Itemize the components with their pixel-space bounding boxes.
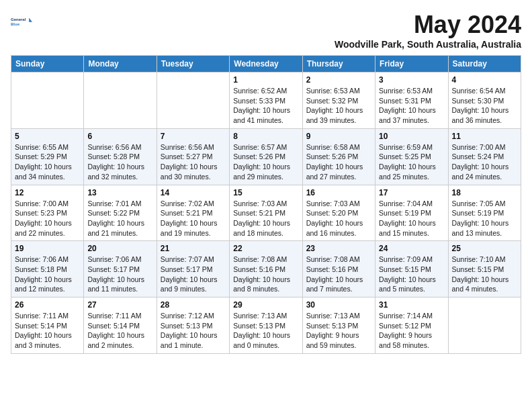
calendar-cell: 5Sunrise: 6:55 AM Sunset: 5:29 PM Daylig… [11, 128, 84, 185]
calendar-cell: 9Sunrise: 6:58 AM Sunset: 5:26 PM Daylig… [302, 128, 375, 185]
day-number: 8 [233, 132, 298, 141]
day-number: 24 [379, 244, 444, 253]
day-number: 18 [452, 188, 517, 197]
svg-text:Blue: Blue [11, 22, 20, 26]
logo: GeneralBlue [11, 11, 32, 32]
day-number: 16 [306, 188, 371, 197]
day-info: Sunrise: 6:56 AM Sunset: 5:28 PM Dayligh… [87, 142, 152, 182]
calendar-cell: 30Sunrise: 7:13 AM Sunset: 5:13 PM Dayli… [302, 298, 375, 354]
calendar-cell: 16Sunrise: 7:03 AM Sunset: 5:20 PM Dayli… [302, 185, 375, 241]
day-info: Sunrise: 7:08 AM Sunset: 5:16 PM Dayligh… [233, 255, 298, 294]
logo-icon: GeneralBlue [11, 11, 32, 32]
calendar-cell: 3Sunrise: 6:53 AM Sunset: 5:31 PM Daylig… [375, 73, 448, 129]
calendar-cell: 13Sunrise: 7:01 AM Sunset: 5:22 PM Dayli… [84, 185, 157, 241]
day-info: Sunrise: 7:13 AM Sunset: 5:13 PM Dayligh… [233, 311, 298, 351]
day-number: 27 [87, 300, 152, 310]
day-number: 28 [161, 300, 226, 310]
svg-marker-2 [29, 17, 32, 21]
day-info: Sunrise: 6:53 AM Sunset: 5:31 PM Dayligh… [379, 86, 444, 126]
day-info: Sunrise: 7:11 AM Sunset: 5:14 PM Dayligh… [87, 311, 152, 351]
day-info: Sunrise: 7:14 AM Sunset: 5:12 PM Dayligh… [379, 311, 444, 351]
calendar-cell: 31Sunrise: 7:14 AM Sunset: 5:12 PM Dayli… [375, 298, 448, 354]
day-info: Sunrise: 6:58 AM Sunset: 5:26 PM Dayligh… [306, 142, 371, 182]
calendar-cell: 23Sunrise: 7:08 AM Sunset: 5:16 PM Dayli… [302, 241, 375, 298]
day-number: 29 [233, 300, 298, 310]
calendar-cell: 24Sunrise: 7:09 AM Sunset: 5:15 PM Dayli… [375, 241, 448, 298]
day-info: Sunrise: 7:06 AM Sunset: 5:18 PM Dayligh… [15, 255, 80, 294]
day-number: 4 [452, 75, 517, 85]
day-number: 6 [87, 132, 152, 141]
day-number: 2 [306, 75, 371, 85]
day-number: 9 [306, 132, 371, 141]
calendar-cell: 11Sunrise: 7:00 AM Sunset: 5:24 PM Dayli… [448, 128, 521, 185]
title-block: May 2024 Woodville Park, South Australia… [335, 11, 521, 50]
calendar-cell: 1Sunrise: 6:52 AM Sunset: 5:33 PM Daylig… [230, 73, 302, 129]
calendar-cell: 7Sunrise: 6:56 AM Sunset: 5:27 PM Daylig… [157, 128, 229, 185]
calendar-cell [84, 73, 157, 129]
day-number: 3 [379, 75, 444, 85]
calendar-cell [157, 73, 229, 129]
day-number: 22 [233, 244, 298, 253]
day-info: Sunrise: 7:00 AM Sunset: 5:23 PM Dayligh… [15, 199, 80, 238]
calendar-cell: 14Sunrise: 7:02 AM Sunset: 5:21 PM Dayli… [157, 185, 229, 241]
calendar-week-row: 5Sunrise: 6:55 AM Sunset: 5:29 PM Daylig… [11, 128, 521, 185]
svg-text:General: General [11, 17, 26, 21]
day-info: Sunrise: 7:01 AM Sunset: 5:22 PM Dayligh… [87, 199, 152, 238]
weekday-header: Wednesday [230, 56, 302, 73]
day-info: Sunrise: 7:12 AM Sunset: 5:13 PM Dayligh… [161, 311, 226, 351]
weekday-header: Tuesday [157, 56, 229, 73]
day-number: 25 [452, 244, 517, 253]
calendar-week-row: 19Sunrise: 7:06 AM Sunset: 5:18 PM Dayli… [11, 241, 521, 298]
calendar-cell: 19Sunrise: 7:06 AM Sunset: 5:18 PM Dayli… [11, 241, 84, 298]
day-number: 26 [15, 300, 80, 310]
month-title: May 2024 [335, 11, 521, 39]
day-number: 1 [233, 75, 298, 85]
day-number: 21 [161, 244, 226, 253]
day-info: Sunrise: 7:05 AM Sunset: 5:19 PM Dayligh… [452, 199, 517, 238]
weekday-header: Sunday [11, 56, 84, 73]
day-number: 19 [15, 244, 80, 253]
calendar-cell: 17Sunrise: 7:04 AM Sunset: 5:19 PM Dayli… [375, 185, 448, 241]
calendar-cell: 10Sunrise: 6:59 AM Sunset: 5:25 PM Dayli… [375, 128, 448, 185]
calendar-cell [11, 73, 84, 129]
calendar-week-row: 12Sunrise: 7:00 AM Sunset: 5:23 PM Dayli… [11, 185, 521, 241]
day-number: 10 [379, 132, 444, 141]
day-info: Sunrise: 7:03 AM Sunset: 5:20 PM Dayligh… [306, 199, 371, 238]
day-info: Sunrise: 6:57 AM Sunset: 5:26 PM Dayligh… [233, 142, 298, 182]
location-title: Woodville Park, South Australia, Austral… [335, 39, 521, 50]
day-info: Sunrise: 7:03 AM Sunset: 5:21 PM Dayligh… [233, 199, 298, 238]
weekday-header: Monday [84, 56, 157, 73]
calendar-cell: 29Sunrise: 7:13 AM Sunset: 5:13 PM Dayli… [230, 298, 302, 354]
day-info: Sunrise: 6:52 AM Sunset: 5:33 PM Dayligh… [233, 86, 298, 126]
page-header: GeneralBlue May 2024 Woodville Park, Sou… [11, 11, 521, 50]
weekday-header-row: SundayMondayTuesdayWednesdayThursdayFrid… [11, 56, 521, 73]
day-number: 15 [233, 188, 298, 197]
calendar-cell: 21Sunrise: 7:07 AM Sunset: 5:17 PM Dayli… [157, 241, 229, 298]
calendar-cell: 22Sunrise: 7:08 AM Sunset: 5:16 PM Dayli… [230, 241, 302, 298]
calendar-table: SundayMondayTuesdayWednesdayThursdayFrid… [11, 55, 521, 354]
day-number: 7 [161, 132, 226, 141]
calendar-cell: 4Sunrise: 6:54 AM Sunset: 5:30 PM Daylig… [448, 73, 521, 129]
calendar-cell: 27Sunrise: 7:11 AM Sunset: 5:14 PM Dayli… [84, 298, 157, 354]
day-info: Sunrise: 6:55 AM Sunset: 5:29 PM Dayligh… [15, 142, 80, 182]
day-info: Sunrise: 7:08 AM Sunset: 5:16 PM Dayligh… [306, 255, 371, 294]
day-number: 20 [87, 244, 152, 253]
calendar-cell: 18Sunrise: 7:05 AM Sunset: 5:19 PM Dayli… [448, 185, 521, 241]
day-info: Sunrise: 7:13 AM Sunset: 5:13 PM Dayligh… [306, 311, 371, 351]
calendar-cell: 8Sunrise: 6:57 AM Sunset: 5:26 PM Daylig… [230, 128, 302, 185]
calendar-cell: 2Sunrise: 6:53 AM Sunset: 5:32 PM Daylig… [302, 73, 375, 129]
day-info: Sunrise: 7:11 AM Sunset: 5:14 PM Dayligh… [15, 311, 80, 351]
day-info: Sunrise: 7:09 AM Sunset: 5:15 PM Dayligh… [379, 255, 444, 294]
calendar-cell [448, 298, 521, 354]
day-info: Sunrise: 7:02 AM Sunset: 5:21 PM Dayligh… [161, 199, 226, 238]
day-info: Sunrise: 7:04 AM Sunset: 5:19 PM Dayligh… [379, 199, 444, 238]
day-number: 17 [379, 188, 444, 197]
day-info: Sunrise: 6:54 AM Sunset: 5:30 PM Dayligh… [452, 86, 517, 126]
calendar-cell: 26Sunrise: 7:11 AM Sunset: 5:14 PM Dayli… [11, 298, 84, 354]
day-number: 12 [15, 188, 80, 197]
weekday-header: Friday [375, 56, 448, 73]
calendar-cell: 6Sunrise: 6:56 AM Sunset: 5:28 PM Daylig… [84, 128, 157, 185]
day-number: 11 [452, 132, 517, 141]
calendar-cell: 12Sunrise: 7:00 AM Sunset: 5:23 PM Dayli… [11, 185, 84, 241]
day-number: 31 [379, 300, 444, 310]
